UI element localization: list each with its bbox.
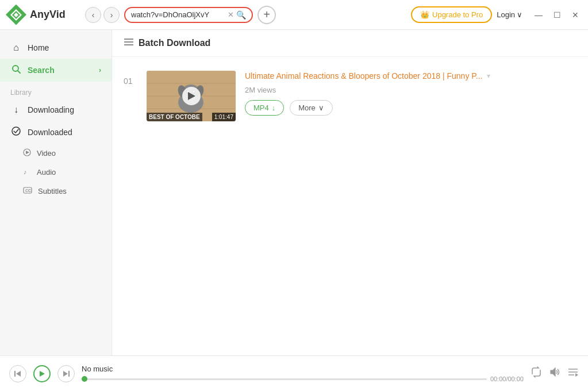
player-title: No music	[82, 365, 524, 373]
sidebar-item-audio-label: Audio	[37, 168, 56, 177]
video-icon	[23, 148, 31, 158]
sidebar-item-downloaded[interactable]: Downloaded	[0, 121, 112, 144]
sidebar-item-audio[interactable]: ♪ Audio	[0, 163, 112, 182]
result-title[interactable]: Ultimate Animal Reactions & Bloopers of …	[245, 71, 577, 82]
nav-forward-button[interactable]: ›	[103, 7, 120, 23]
sidebar-item-home[interactable]: ⌂ Home	[0, 37, 112, 59]
home-icon: ⌂	[10, 43, 22, 53]
minimize-button[interactable]: —	[532, 8, 545, 22]
svg-text:♪: ♪	[24, 168, 27, 175]
titlebar: AnyVid ‹ › ✕ 🔍 + 👑 Upgrade to Pro Login …	[0, 0, 588, 30]
thumbnail[interactable]: BEST OF OCTOBE 1:01:47	[147, 71, 236, 121]
sidebar: ⌂ Home Search › Library ↓ Downloading	[0, 30, 112, 355]
result-item: 01	[124, 66, 577, 126]
play-triangle-icon	[188, 92, 195, 100]
progress-dot	[82, 376, 87, 382]
sidebar-item-search[interactable]: Search ›	[0, 59, 112, 82]
check-circle-icon	[10, 126, 22, 138]
more-label: More	[298, 103, 316, 112]
svg-marker-28	[16, 371, 21, 377]
close-button[interactable]: ✕	[568, 8, 582, 22]
sidebar-item-home-label: Home	[28, 43, 49, 52]
svg-rect-27	[14, 371, 16, 377]
login-button[interactable]: Login ∨	[497, 10, 522, 19]
play-button[interactable]	[182, 87, 201, 105]
upgrade-label: Upgrade to Pro	[432, 10, 483, 19]
download-arrow-icon: ↓	[10, 105, 22, 115]
sidebar-item-subtitles-label: Subtitles	[38, 187, 67, 195]
logo-area: AnyVid	[6, 5, 80, 25]
add-tab-button[interactable]: +	[258, 6, 276, 24]
sidebar-item-search-label: Search	[28, 66, 55, 75]
svg-rect-30	[68, 371, 70, 377]
result-number: 01	[124, 71, 137, 86]
search-icon	[10, 64, 22, 76]
player-play-button[interactable]	[33, 365, 51, 382]
svg-marker-38	[575, 373, 578, 377]
svg-marker-29	[40, 371, 45, 377]
player-playlist-icon[interactable]	[567, 366, 579, 381]
player-time: 00:00/00:00	[490, 375, 524, 382]
batch-download-icon	[124, 38, 134, 48]
main-area: ⌂ Home Search › Library ↓ Downloading	[0, 30, 588, 355]
results-area: 01	[112, 57, 588, 355]
sidebar-item-video[interactable]: Video	[0, 144, 112, 163]
result-actions: MP4 ↓ More ∨	[245, 100, 577, 116]
player-prev-button[interactable]	[9, 365, 26, 382]
download-icon: ↓	[272, 103, 276, 112]
thumbnail-label: BEST OF OCTOBE	[147, 113, 202, 121]
svg-text:CC: CC	[25, 189, 31, 193]
player-next-button[interactable]	[57, 365, 75, 382]
search-clear-icon[interactable]: ✕	[228, 10, 234, 19]
more-button[interactable]: More ∨	[290, 100, 333, 116]
url-search-bar: ✕ 🔍	[124, 7, 253, 23]
login-label: Login	[497, 10, 515, 19]
content-area: Batch Download 01	[112, 30, 588, 355]
player-volume-icon[interactable]	[549, 366, 560, 381]
sidebar-item-downloading-label: Downloading	[28, 105, 74, 114]
svg-point-5	[12, 127, 20, 135]
window-controls: — ☐ ✕	[532, 8, 582, 22]
upgrade-button[interactable]: 👑 Upgrade to Pro	[411, 6, 492, 23]
search-submit-icon[interactable]: 🔍	[236, 10, 246, 20]
library-section-label: Library	[0, 82, 112, 99]
thumbnail-duration: 1:01:47	[212, 113, 236, 121]
logo-icon	[6, 5, 26, 25]
player-info: No music 00:00/00:00	[82, 365, 524, 382]
svg-marker-34	[551, 368, 555, 376]
content-header: Batch Download	[112, 30, 588, 57]
more-chevron-icon: ∨	[318, 103, 324, 112]
login-chevron-icon: ∨	[517, 10, 522, 19]
maximize-button[interactable]: ☐	[550, 8, 564, 22]
result-title-text: Ultimate Animal Reactions & Bloopers of …	[245, 71, 482, 82]
player-progress-bar[interactable]	[82, 378, 487, 380]
player-right-controls	[531, 366, 579, 381]
app-name: AnyVid	[30, 9, 66, 21]
svg-line-4	[18, 71, 20, 73]
audio-icon: ♪	[23, 167, 31, 177]
crown-icon: 👑	[420, 10, 429, 19]
player-progress-wrap: 00:00/00:00	[82, 375, 524, 382]
svg-marker-7	[26, 151, 29, 154]
content-title: Batch Download	[139, 38, 210, 48]
result-info: Ultimate Animal Reactions & Bloopers of …	[245, 71, 577, 116]
player-bar: No music 00:00/00:00	[0, 355, 588, 391]
title-dropdown-icon[interactable]: ▾	[487, 71, 490, 81]
mp4-download-button[interactable]: MP4 ↓	[245, 100, 284, 116]
search-chevron-icon: ›	[99, 66, 101, 74]
nav-buttons: ‹ ›	[85, 7, 120, 23]
sidebar-item-downloading[interactable]: ↓ Downloading	[0, 99, 112, 121]
player-repeat-icon[interactable]	[531, 366, 542, 381]
search-bar-box: ✕ 🔍	[124, 7, 253, 23]
search-bar-input[interactable]	[131, 10, 228, 19]
subtitles-icon: CC	[23, 186, 32, 196]
mp4-label: MP4	[253, 103, 269, 112]
nav-back-button[interactable]: ‹	[85, 7, 101, 23]
sidebar-item-video-label: Video	[37, 149, 56, 158]
sidebar-item-subtitles[interactable]: CC Subtitles	[0, 182, 112, 201]
svg-marker-31	[63, 371, 68, 377]
sidebar-item-downloaded-label: Downloaded	[28, 128, 72, 137]
result-views: 2M views	[245, 86, 577, 94]
